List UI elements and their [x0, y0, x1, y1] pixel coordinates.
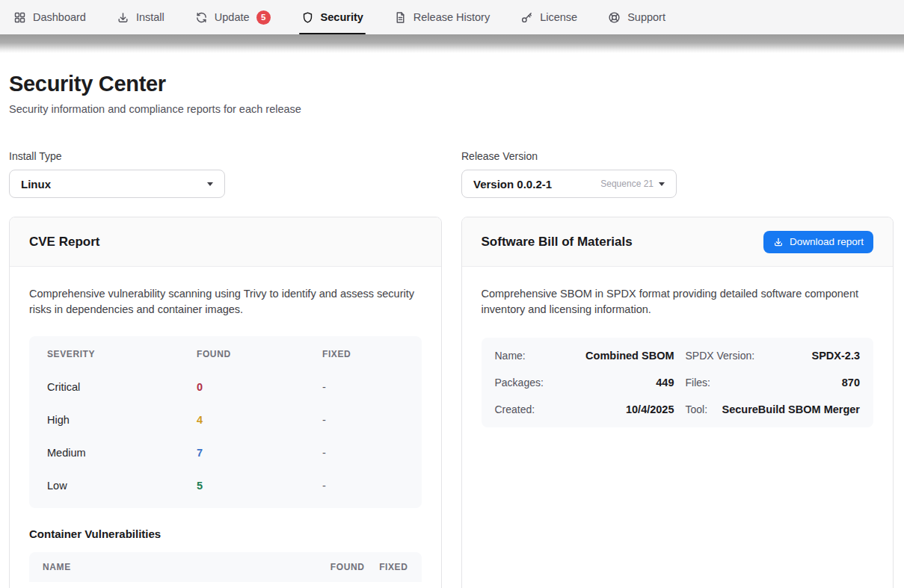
nav-tab-label: Security: [321, 11, 363, 23]
main-content: Security Center Security information and…: [0, 72, 904, 588]
severity-found-count: 5: [197, 480, 322, 492]
refresh-icon: [195, 11, 208, 24]
download-icon: [773, 237, 784, 247]
list-item: Packages: 449 Files: 870: [495, 369, 861, 396]
severity-name: Low: [47, 480, 197, 492]
list-item: Name: Combined SBOM SPDX Version: SPDX-2…: [495, 342, 861, 369]
sbom-packages-value: 449: [570, 377, 674, 389]
nav-tab-label: Support: [627, 11, 665, 23]
install-type-select[interactable]: Linux: [9, 170, 225, 198]
download-report-label: Download report: [790, 236, 864, 247]
key-icon: [520, 11, 533, 24]
sbom-tool-value: SecureBuild SBOM Merger: [722, 403, 860, 415]
severity-name: High: [47, 414, 197, 426]
severity-name: Critical: [47, 381, 197, 393]
nav-tab-label: Release History: [413, 11, 490, 23]
container-vulnerabilities-title: Container Vulnerabilities: [29, 527, 422, 540]
nav-tab-label: License: [540, 11, 577, 23]
sbom-created-value: 10/4/2025: [570, 403, 674, 415]
severity-col-header: SEVERITY: [47, 349, 197, 359]
page-title: Security Center: [9, 72, 894, 96]
table-row: Low 5 -: [29, 469, 422, 502]
install-type-value: Linux: [21, 178, 51, 191]
nav-tab-support[interactable]: Support: [608, 0, 665, 34]
nav-tab-label: Dashboard: [33, 11, 86, 23]
severity-found-count: 4: [197, 414, 322, 426]
severity-fixed-count: -: [322, 447, 404, 459]
dashboard-icon: [13, 11, 26, 24]
name-col-header: NAME: [43, 562, 311, 572]
nav-tab-label: Install: [136, 11, 164, 23]
severity-found-count: 0: [197, 381, 322, 393]
page-subtitle: Security information and compliance repo…: [9, 103, 894, 115]
sbom-files-label: Files:: [686, 377, 710, 389]
fixed-col-header: FIXED: [365, 562, 408, 572]
cve-report-card-body: Comprehensive vulnerability scanning usi…: [10, 267, 441, 588]
sbom-created-label: Created:: [495, 403, 570, 415]
cve-report-card-header: CVE Report: [10, 217, 441, 267]
severity-found-count: 7: [197, 447, 322, 459]
sbom-info-grid: Name: Combined SBOM SPDX Version: SPDX-2…: [482, 338, 874, 427]
release-version-value: Version 0.0.2-1: [473, 178, 552, 191]
cve-report-description: Comprehensive vulnerability scanning usi…: [29, 286, 422, 318]
document-icon: [394, 11, 407, 24]
release-version-label: Release Version: [461, 150, 677, 162]
sbom-spdx-version-label: SPDX Version:: [686, 350, 755, 362]
cve-report-card: CVE Report Comprehensive vulnerability s…: [9, 217, 442, 588]
sbom-card-body: Comprehensive SBOM in SPDX format provid…: [462, 267, 894, 447]
download-icon: [117, 11, 129, 24]
sbom-spdx-version-value: SPDX-2.3: [812, 350, 860, 362]
found-col-header: FOUND: [311, 562, 365, 572]
container-vulnerabilities-table-header: NAME FOUND FIXED: [29, 552, 422, 582]
cards-row: CVE Report Comprehensive vulnerability s…: [9, 217, 894, 588]
sequence-meta: Sequence 21: [600, 179, 654, 189]
update-count-badge: 5: [256, 10, 271, 25]
sbom-title: Software Bill of Materials: [482, 235, 633, 250]
install-type-label: Install Type: [9, 150, 225, 162]
sbom-tool-label: Tool:: [686, 403, 708, 415]
nav-tab-dashboard[interactable]: Dashboard: [13, 0, 86, 34]
nav-shadow-divider: [0, 34, 904, 53]
table-row: Medium 7 -: [29, 436, 422, 469]
found-col-header: FOUND: [197, 349, 322, 359]
sbom-description: Comprehensive SBOM in SPDX format provid…: [482, 286, 874, 318]
nav-tab-license[interactable]: License: [520, 0, 577, 34]
table-row: Critical 0 -: [29, 371, 422, 403]
release-version-select[interactable]: Version 0.0.2-1 Sequence 21: [461, 170, 677, 198]
top-navigation: Dashboard Install Update 5 Security: [0, 0, 904, 34]
chevron-down-icon: [207, 182, 213, 186]
chevron-down-icon: [659, 182, 665, 186]
severity-fixed-count: -: [322, 414, 404, 426]
sbom-packages-label: Packages:: [495, 377, 570, 389]
nav-tab-security[interactable]: Security: [301, 0, 363, 34]
sbom-files-value: 870: [842, 377, 860, 389]
nav-tab-update[interactable]: Update 5: [195, 0, 271, 34]
filters-row: Install Type Linux Release Version Versi…: [9, 150, 894, 198]
fixed-col-header: FIXED: [322, 349, 404, 359]
sbom-name-label: Name:: [495, 350, 570, 362]
nav-tab-label: Update: [215, 11, 250, 23]
severity-fixed-count: -: [322, 381, 404, 393]
sbom-card-header: Software Bill of Materials Download repo…: [462, 217, 894, 267]
table-row: High 4 -: [29, 403, 422, 436]
severity-fixed-count: -: [322, 480, 404, 492]
active-tab-underline: [299, 33, 366, 35]
shield-icon: [301, 11, 314, 24]
nav-tab-install[interactable]: Install: [117, 0, 164, 34]
severity-table: SEVERITY FOUND FIXED Critical 0 - High 4…: [29, 336, 422, 508]
severity-name: Medium: [47, 447, 197, 459]
sbom-card: Software Bill of Materials Download repo…: [461, 217, 894, 588]
release-version-filter: Release Version Version 0.0.2-1 Sequence…: [461, 150, 677, 198]
download-report-button[interactable]: Download report: [763, 231, 873, 253]
nav-tab-release-history[interactable]: Release History: [394, 0, 490, 34]
install-type-filter: Install Type Linux: [9, 150, 225, 198]
cve-report-title: CVE Report: [29, 235, 99, 250]
severity-table-header: SEVERITY FOUND FIXED: [29, 338, 422, 371]
list-item: Created: 10/4/2025 Tool: SecureBuild SBO…: [495, 396, 861, 423]
sbom-name-value: Combined SBOM: [570, 350, 674, 362]
lifebuoy-icon: [608, 11, 621, 24]
